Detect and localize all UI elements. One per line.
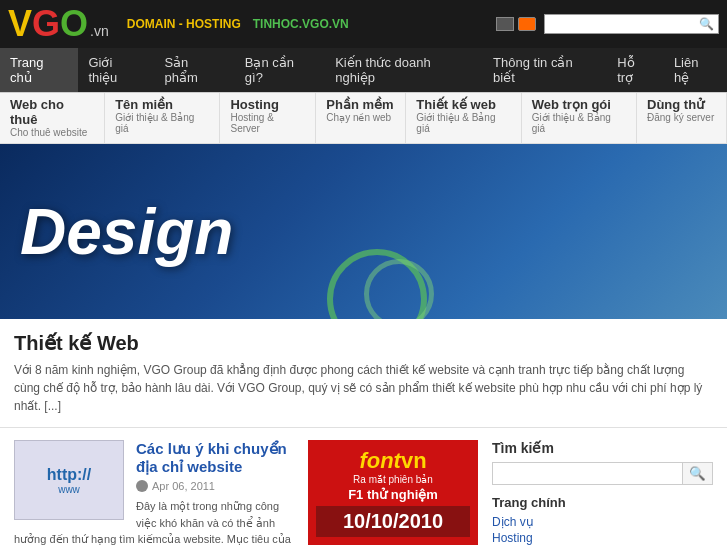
circle-decoration-2: [364, 259, 434, 319]
vn-word: vn: [401, 448, 427, 473]
thietke-title: Thiết kế Web: [14, 331, 713, 355]
article-section: http:// www Các lưu ý khi chuyển địa chỉ…: [14, 440, 294, 545]
logo-o: O: [60, 3, 88, 44]
subnav-thietkeweb[interactable]: Thiết kế web Giới thiệu & Bảng giá: [406, 93, 521, 143]
nav-gioithieu[interactable]: Giới thiệu: [78, 48, 154, 92]
hero-design-text: Design: [20, 195, 233, 269]
www-text: www: [47, 484, 91, 495]
subnav-sub-6: Đăng ký server: [647, 112, 716, 123]
nav-kienthuc[interactable]: Kiến thức doanh nghiệp: [325, 48, 483, 92]
subnav-sub-3: Chạy nền web: [326, 112, 395, 123]
subnav-sub-1: Giới thiệu & Bảng giá: [115, 112, 209, 134]
sub-nav: Web cho thuê Cho thuê website Tên miền G…: [0, 92, 727, 144]
top-links: DOMAIN - HOSTING TINHOC.VGO.VN: [127, 17, 349, 31]
top-icons: [496, 17, 536, 31]
font-vn-section: fontvn Ra mắt phiên bản F1 thử nghiệm 10…: [308, 440, 478, 545]
subnav-title-4: Thiết kế web: [416, 97, 510, 112]
article-image: http:// www: [14, 440, 124, 520]
subnav-sub-5: Giới thiệu & Bảng giá: [532, 112, 626, 134]
logo-g: G: [32, 3, 60, 44]
http-text: http://: [47, 466, 91, 484]
logo-text: VGO: [8, 3, 88, 45]
trang-chinh-item-1[interactable]: Hosting: [492, 530, 713, 545]
sidebar-search-input[interactable]: [493, 463, 682, 484]
thietke-body: Với 8 năm kinh nghiệm, VGO Group đã khẳn…: [14, 361, 713, 415]
main-nav: Trang chủ Giới thiệu Sản phẩm Bạn cần gì…: [0, 48, 727, 92]
flag-icon: [496, 17, 514, 31]
subnav-sub-4: Giới thiệu & Bảng giá: [416, 112, 510, 134]
nav-hotro[interactable]: Hỗ trợ: [607, 48, 664, 92]
subnav-dungthu[interactable]: Dùng thử Đăng ký server: [637, 93, 727, 143]
font-date-box: 10/10/2010: [316, 506, 470, 537]
nav-sanpham[interactable]: Sản phẩm: [154, 48, 234, 92]
font-vn-logo: fontvn: [316, 448, 470, 474]
article-date: Apr 06, 2011: [152, 480, 215, 492]
trang-chinh-item-0[interactable]: Dịch vụ: [492, 514, 713, 530]
subnav-title-3: Phần mềm: [326, 97, 395, 112]
date-icon: [136, 480, 148, 492]
sidebar-search-button[interactable]: 🔍: [682, 463, 712, 484]
nav-bancangì[interactable]: Bạn cần gì?: [235, 48, 325, 92]
subnav-webchothuê[interactable]: Web cho thuê Cho thuê website: [0, 93, 105, 143]
trang-chinh-list: Dịch vụ Hosting: [492, 514, 713, 545]
trang-chinh-title: Trang chính: [492, 495, 713, 510]
sidebar-search-box: 🔍: [492, 462, 713, 485]
trang-chinh-section: Trang chính Dịch vụ Hosting: [492, 495, 713, 545]
rss-icon: [518, 17, 536, 31]
hero-banner: Design: [0, 144, 727, 319]
subnav-title-6: Dùng thử: [647, 97, 716, 112]
nav-trangchu[interactable]: Trang chủ: [0, 48, 78, 92]
font-vn-box[interactable]: fontvn Ra mắt phiên bản F1 thử nghiệm 10…: [308, 440, 478, 545]
subnav-title-1: Tên miền: [115, 97, 209, 112]
search-title: Tìm kiếm: [492, 440, 713, 456]
subnav-webtrongoi[interactable]: Web trọn gói Giới thiệu & Bảng giá: [522, 93, 637, 143]
top-search-box: 🔍: [544, 14, 719, 34]
subnav-title-0: Web cho thuê: [10, 97, 94, 127]
font-version: F1 thử nghiệm: [316, 487, 470, 502]
top-search-input[interactable]: [545, 15, 695, 33]
nav-lienhe[interactable]: Liên hệ: [664, 48, 727, 92]
tinhoc-link[interactable]: TINHOC.VGO.VN: [253, 17, 349, 31]
logo: VGO .vn: [8, 3, 109, 45]
nav-thongtin[interactable]: Thông tin cần biết: [483, 48, 607, 92]
domain-hosting-link[interactable]: DOMAIN - HOSTING: [127, 17, 241, 31]
font-release-text: Ra mắt phiên bản: [316, 474, 470, 485]
subnav-tenmiên[interactable]: Tên miền Giới thiệu & Bảng giá: [105, 93, 220, 143]
font-word: font: [359, 448, 401, 473]
article-date-line: Apr 06, 2011: [136, 480, 294, 492]
bottom-row: http:// www Các lưu ý khi chuyển địa chỉ…: [0, 428, 727, 545]
subnav-title-2: Hosting: [230, 97, 305, 112]
topbar: VGO .vn DOMAIN - HOSTING TINHOC.VGO.VN 🔍: [0, 0, 727, 48]
below-hero-section: Thiết kế Web Với 8 năm kinh nghiệm, VGO …: [0, 319, 727, 428]
subnav-hosting[interactable]: Hosting Hosting & Server: [220, 93, 316, 143]
subnav-title-5: Web trọn gói: [532, 97, 626, 112]
subnav-sub-2: Hosting & Server: [230, 112, 305, 134]
sidebar-right: Tìm kiếm 🔍 Trang chính Dịch vụ Hosting: [492, 440, 713, 545]
subnav-sub-0: Cho thuê website: [10, 127, 94, 138]
logo-vn: .vn: [90, 23, 109, 39]
content-wrap: Design Thiết kế Web Với 8 năm kinh nghiệ…: [0, 144, 727, 545]
subnav-phanmem[interactable]: Phần mềm Chạy nền web: [316, 93, 406, 143]
logo-v: V: [8, 3, 32, 44]
top-search-button[interactable]: 🔍: [695, 15, 718, 33]
